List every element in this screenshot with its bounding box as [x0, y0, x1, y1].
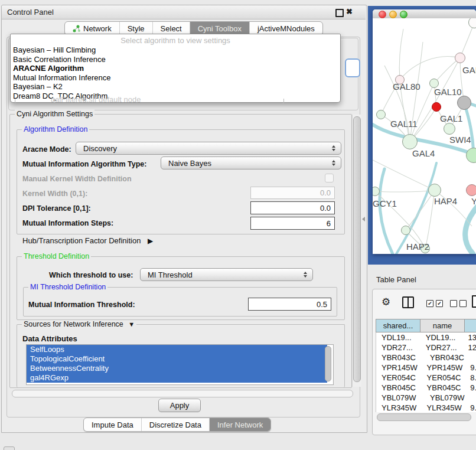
network-canvas[interactable]: GAL GAL80 GAL10 GAL11 GAL1 SWI4 GAL4 GCY… [373, 18, 476, 254]
dropdown-item-bayesian-hill-climbing[interactable]: Bayesian – Hill Climbing [11, 45, 340, 55]
mi-steps-label: Mutual Information Steps: [22, 219, 113, 227]
tab-infer-network[interactable]: Infer Network [209, 418, 270, 431]
attribute-selfloops[interactable]: SelfLoops [27, 345, 327, 354]
kernel-width-label: Kernel Width (0,1): [22, 190, 87, 198]
table-row[interactable]: YBR043C YBR043C [376, 353, 476, 363]
network-node-hap2[interactable] [401, 226, 410, 235]
node-label-gal1: GAL1 [440, 113, 462, 123]
settings-scrollbar-thumb[interactable] [353, 116, 361, 382]
tab-cyni-toolbox[interactable]: Cyni Toolbox [190, 22, 249, 35]
dropdown-item-basic-correlation[interactable]: Basic Correlation Inference [11, 55, 340, 64]
column-header-shared[interactable]: shared... [376, 319, 420, 332]
network-node-salmon[interactable] [466, 184, 476, 196]
mi-steps-input[interactable]: 6 [250, 217, 335, 230]
dropdown-item-aracne[interactable]: ARACNE Algorithm [11, 64, 340, 73]
tab-select[interactable]: Select [152, 22, 190, 35]
table-row[interactable]: YBR045C YBR045C 9. [376, 383, 476, 393]
threshold-definition-title: Threshold Definition [22, 252, 91, 260]
data-attributes-label: Data Attributes [22, 334, 77, 343]
aracne-mode-select[interactable]: Discovery [76, 142, 341, 155]
attributes-list-scrollbar[interactable] [325, 346, 331, 381]
data-attributes-list: SelfLoops TopologicalCoefficient Between… [26, 344, 334, 385]
network-window-titlebar [373, 9, 476, 19]
table-row[interactable]: YDR27... YDR27... 12 [376, 343, 476, 353]
table-row[interactable]: YLR345W YLR345W 9. [376, 403, 476, 412]
network-node-selected[interactable] [432, 102, 441, 112]
mi-threshold-group-title: MI Threshold Definition [28, 283, 107, 291]
apply-button[interactable]: Apply [158, 399, 201, 412]
attribute-topologicalcoefficient[interactable]: TopologicalCoefficient [27, 354, 327, 364]
dpi-tolerance-label: DPI Tolerance [0,1]: [22, 204, 91, 213]
network-node-gal1[interactable] [444, 123, 455, 135]
table-row[interactable]: YPR145W YPR145W 9. [376, 363, 476, 373]
network-node-gray[interactable] [457, 96, 471, 110]
mi-threshold-label: Mutual Information Threshold: [28, 301, 135, 309]
mi-algorithm-type-select[interactable]: Naive Bayes [161, 156, 341, 169]
manual-kernel-width-checkbox[interactable] [325, 174, 334, 182]
splitpane-handle-icon[interactable] [362, 217, 365, 221]
tab-network[interactable]: Network [65, 22, 119, 35]
cyni-bottom-tabbar: Impute Data Discretize Data Infer Networ… [83, 418, 271, 432]
node-label-hap4: HAP4 [434, 196, 457, 206]
attribute-betweennesscentrality[interactable]: BetweennessCentrality [27, 364, 327, 373]
node-label: GAL [462, 65, 476, 75]
dpi-tolerance-input[interactable]: 0.0 [250, 201, 335, 214]
close-traffic-light-icon[interactable] [379, 11, 386, 18]
node-label-gcy1: GCY1 [373, 198, 397, 208]
node-label-hap2: HAP2 [406, 242, 429, 252]
tab-impute-data[interactable]: Impute Data [84, 418, 141, 431]
node-label-swi4: SWI4 [449, 135, 471, 145]
mi-algorithm-type-label: Mutual Information Algorithm Type: [22, 160, 146, 168]
tab-style[interactable]: Style [119, 22, 152, 35]
checked-checkboxes-icon[interactable]: ✔ ✔ [426, 300, 443, 307]
unchecked-checkboxes-icon[interactable] [450, 300, 467, 307]
split-columns-icon[interactable] [402, 296, 414, 308]
attribute-gal4rgexp[interactable]: gal4RGexp [27, 373, 327, 383]
screen: { "icons": { "close": "✖", "gear": "⚙", … [0, 0, 476, 450]
expand-arrow-icon[interactable]: ▶ [148, 237, 153, 245]
table-row[interactable]: YBL079W YBL079W [376, 393, 476, 403]
hub-definition-toggle[interactable]: Hub/Transcription Factor Definition ▶ [22, 236, 153, 245]
sources-group-title: Sources for Network Inference ▼ [22, 320, 136, 328]
network-node[interactable] [455, 53, 465, 63]
table-hscrollbar-thumb[interactable] [377, 413, 471, 421]
node-label-gal80: GAL80 [393, 81, 420, 92]
kernel-width-input[interactable]: 0.0 [250, 187, 335, 199]
settings-hscrollbar-thumb[interactable] [12, 390, 353, 397]
node-label-gal4: GAL4 [412, 148, 435, 158]
control-panel-titlebar [2, 5, 366, 19]
network-node-hap4[interactable] [428, 184, 441, 197]
mi-threshold-input[interactable]: 0.5 [248, 298, 331, 311]
gear-icon[interactable]: ⚙ [382, 296, 390, 308]
network-node-gal4[interactable] [402, 134, 418, 149]
collapsed-panel-fragment[interactable] [4, 446, 15, 450]
float-window-icon[interactable] [335, 9, 344, 17]
table-body: YDL19... YDL19... 13 YDR27... YDR27... 1… [376, 332, 476, 412]
dropdown-item-bayesian-k2[interactable]: Bayesian – K2 [11, 82, 340, 92]
collapse-arrow-icon[interactable]: ▼ [128, 321, 135, 328]
cyni-algorithm-settings-title: Cyni Algorithm Settings [15, 110, 94, 118]
zoom-traffic-light-icon[interactable] [400, 11, 407, 18]
combo-arrows-icon [304, 272, 307, 278]
close-icon[interactable]: ✖ [346, 7, 353, 16]
column-header-cut[interactable] [464, 319, 476, 332]
node-label-gal11: GAL11 [390, 119, 418, 129]
algorithm-combo-fragment[interactable] [345, 58, 360, 77]
table-row[interactable]: YDL19... YDL19... 13 [376, 332, 476, 343]
minimize-traffic-light-icon[interactable] [389, 11, 397, 18]
tab-jactivemnodules[interactable]: jActiveMNodules [249, 22, 322, 35]
dropdown-item-mutual-information[interactable]: Mutual Information Inference [11, 73, 340, 83]
which-threshold-label: Which threshold to use: [49, 271, 133, 279]
combo-arrows-icon [332, 160, 335, 166]
column-header-name[interactable]: name [420, 319, 465, 332]
table-panel-title: Table Panel [376, 275, 416, 284]
which-threshold-select[interactable]: MI Threshold [140, 268, 313, 281]
combo-arrows-icon [332, 145, 335, 151]
table-row[interactable]: YER054C YER054C 8. [376, 373, 476, 383]
document-icon[interactable] [472, 295, 476, 308]
manual-kernel-width-label: Manual Kernel Width Definition [22, 175, 132, 183]
tab-network-label: Network [83, 24, 112, 33]
tab-discretize-data[interactable]: Discretize Data [141, 418, 209, 431]
network-node-gal11[interactable] [376, 110, 386, 119]
node-label: Y [471, 196, 476, 206]
